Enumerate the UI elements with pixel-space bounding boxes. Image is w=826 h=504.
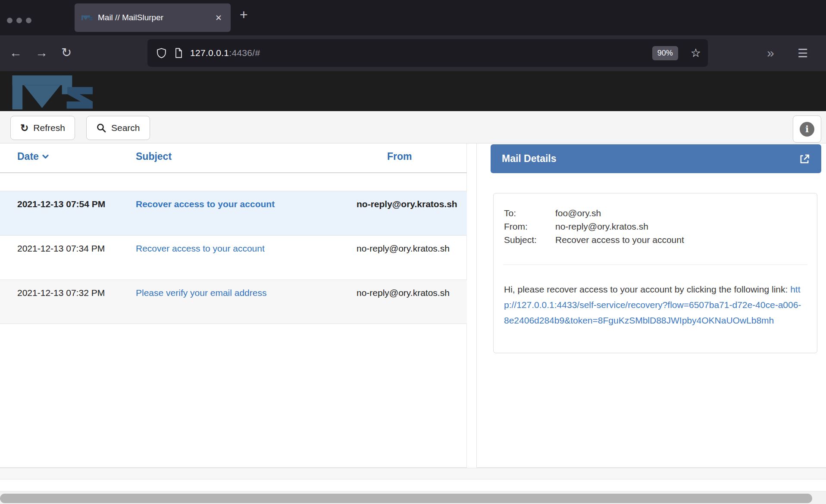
mail-body-text: Hi, please recover access to your accoun…: [504, 284, 790, 294]
refresh-button[interactable]: ↻ Refresh: [10, 116, 75, 140]
bookmark-star-icon[interactable]: ☆: [691, 46, 701, 60]
page-info-icon[interactable]: [173, 47, 184, 59]
mail-row[interactable]: 2021-12-13 07:34 PM Recover access to yo…: [0, 235, 467, 280]
field-value: no-reply@ory.kratos.sh: [555, 220, 648, 233]
mail-row-date: 2021-12-13 07:54 PM: [17, 198, 116, 211]
mail-row-date: 2021-12-13 07:32 PM: [17, 286, 116, 299]
mail-details-title: Mail Details: [502, 153, 798, 165]
field-row-to: To: foo@ory.sh: [504, 206, 684, 220]
mail-row-from: no-reply@ory.kratos.sh: [357, 242, 464, 255]
sort-chevron-down-icon: [41, 152, 50, 161]
forward-icon[interactable]: →: [35, 47, 48, 59]
table-footer-strip: [0, 468, 826, 479]
external-link-icon[interactable]: [798, 152, 811, 165]
header-divider: [0, 172, 467, 173]
mail-row[interactable]: 2021-12-13 07:32 PM Please verify your e…: [0, 280, 467, 324]
url-host: 127.0.0.1: [190, 48, 229, 58]
mail-row-subject-link[interactable]: Recover access to your account: [136, 198, 330, 211]
hamburger-menu-icon[interactable]: ☰: [798, 47, 808, 60]
column-header-date-label: Date: [17, 151, 39, 162]
zoom-level-badge[interactable]: 90%: [652, 46, 678, 60]
browser-nav-bar: ← → ↻ 127.0.0.1:4436/# 90% ☆ » ☰: [0, 35, 826, 71]
search-button[interactable]: Search: [86, 116, 150, 140]
browser-tab[interactable]: Mail // MailSlurper ✕: [75, 3, 231, 32]
column-header-subject[interactable]: Subject: [136, 151, 172, 162]
field-row-from: From: no-reply@ory.kratos.sh: [504, 220, 684, 233]
field-label: Subject:: [504, 233, 555, 246]
search-button-label: Search: [111, 123, 140, 133]
mail-list-panel: Date Subject From 2021-12-13 07:54 PM Re…: [0, 143, 467, 468]
app-toolbar: ↻ Refresh Search i: [0, 111, 826, 143]
field-label: From:: [504, 220, 555, 233]
shield-icon[interactable]: [156, 47, 167, 59]
column-header-subject-label: Subject: [136, 151, 172, 162]
mailslurper-logo: [10, 73, 94, 109]
field-value: Recover access to your account: [555, 233, 684, 246]
browser-tab-bar: Mail // MailSlurper ✕ +: [0, 0, 826, 35]
card-divider: [503, 264, 807, 265]
mailslurper-favicon-icon: [81, 12, 93, 23]
mail-row-from: no-reply@ory.kratos.sh: [357, 286, 464, 299]
mail-row-from: no-reply@ory.kratos.sh: [357, 198, 464, 211]
new-tab-icon[interactable]: +: [240, 8, 248, 22]
back-icon[interactable]: ←: [9, 47, 22, 59]
mail-fields: To: foo@ory.sh From: no-reply@ory.kratos…: [504, 206, 684, 246]
column-header-date[interactable]: Date: [17, 151, 50, 162]
overflow-chevrons-icon[interactable]: »: [767, 46, 773, 60]
window-dot-icon[interactable]: [26, 18, 31, 23]
reload-icon[interactable]: ↻: [61, 47, 72, 59]
info-button[interactable]: i: [793, 115, 821, 143]
column-header-from-label: From: [387, 151, 412, 162]
mail-rows: 2021-12-13 07:54 PM Recover access to yo…: [0, 191, 467, 324]
mail-details-card: To: foo@ory.sh From: no-reply@ory.kratos…: [493, 193, 817, 353]
refresh-button-label: Refresh: [33, 123, 65, 133]
column-header-from[interactable]: From: [387, 151, 412, 162]
address-bar[interactable]: 127.0.0.1:4436/# 90% ☆: [147, 39, 708, 67]
horizontal-scrollbar-thumb[interactable]: [0, 494, 812, 503]
info-icon: i: [800, 122, 814, 137]
field-label: To:: [504, 206, 555, 220]
window-controls[interactable]: [7, 18, 31, 23]
mail-details-panel: Mail Details To: foo@ory.sh From: no-rep…: [477, 143, 826, 468]
window-dot-icon[interactable]: [7, 18, 13, 23]
refresh-icon: ↻: [20, 123, 28, 133]
mail-body: Hi, please recover access to your accoun…: [504, 282, 806, 328]
url-text[interactable]: 127.0.0.1:4436/#: [190, 48, 260, 58]
field-row-subject: Subject: Recover access to your account: [504, 233, 684, 246]
mail-row-selected[interactable]: 2021-12-13 07:54 PM Recover access to yo…: [0, 191, 467, 235]
mail-details-header: Mail Details: [491, 144, 821, 173]
mail-row-subject-link[interactable]: Recover access to your account: [136, 242, 330, 255]
field-value: foo@ory.sh: [555, 206, 601, 220]
search-icon: [96, 123, 106, 133]
url-path: :4436/#: [229, 48, 260, 58]
window-dot-icon[interactable]: [16, 18, 22, 23]
tab-title: Mail // MailSlurper: [98, 13, 213, 22]
mail-row-subject-link[interactable]: Please verify your email address: [136, 286, 330, 299]
app-header: ⚙: [0, 71, 826, 111]
mail-row-date: 2021-12-13 07:34 PM: [17, 242, 116, 255]
tab-close-icon[interactable]: ✕: [213, 12, 224, 24]
